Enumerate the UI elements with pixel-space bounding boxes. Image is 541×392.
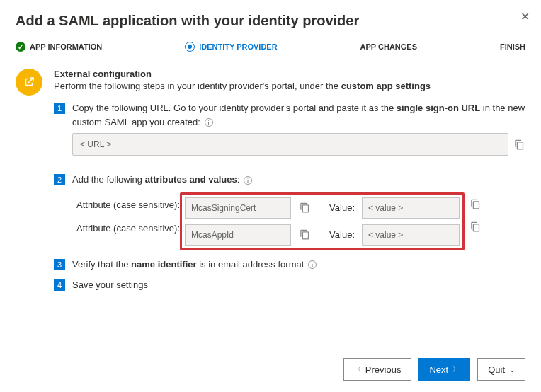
stepper-line (423, 47, 494, 47)
step-number: 3 (54, 259, 65, 270)
previous-button[interactable]: 〈 Previous (343, 358, 412, 381)
info-icon[interactable]: i (308, 260, 317, 269)
attribute-name-field[interactable]: McasAppId (185, 224, 291, 246)
sso-url-field[interactable]: < URL > (72, 133, 508, 156)
copy-icon[interactable] (469, 221, 482, 234)
step-app-changes: APP CHANGES (360, 42, 417, 51)
stepper-line (108, 47, 179, 47)
copy-icon[interactable] (469, 198, 482, 211)
attribute-value-field[interactable]: < value > (362, 224, 460, 246)
current-step-icon (185, 42, 195, 52)
stepper-line (283, 47, 355, 47)
step-number: 4 (54, 279, 65, 291)
section-heading: External configuration (54, 69, 525, 79)
copy-icon[interactable] (513, 138, 525, 151)
chevron-down-icon: ⌄ (509, 366, 515, 374)
info-icon[interactable]: i (244, 176, 252, 185)
instruction-text: Verify that the name identifier is in em… (72, 258, 525, 272)
quit-button[interactable]: Quit ⌄ (477, 358, 525, 381)
attribute-value-field[interactable]: < value > (362, 197, 460, 219)
value-label: Value: (318, 228, 355, 242)
step-app-information: ✓ APP INFORMATION (16, 42, 102, 52)
attribute-label: Attribute (case sensitive): (72, 198, 180, 212)
section-description: Perform the following steps in your iden… (54, 81, 525, 91)
instruction-text: Save your settings (72, 278, 525, 292)
chevron-right-icon: 〉 (452, 364, 460, 374)
attributes-highlight: McasSigningCert Value: < value > McasApp… (180, 192, 465, 250)
attribute-label: Attribute (case sensitive): (72, 221, 180, 236)
value-label: Value: (318, 201, 355, 215)
wizard-stepper: ✓ APP INFORMATION IDENTITY PROVIDER APP … (16, 42, 525, 52)
step-label: APP CHANGES (360, 42, 417, 51)
step-number: 1 (54, 103, 65, 114)
chevron-left-icon: 〈 (354, 364, 361, 374)
close-icon[interactable]: ✕ (520, 10, 530, 23)
next-button[interactable]: Next 〉 (418, 358, 470, 381)
step-identity-provider: IDENTITY PROVIDER (185, 42, 277, 52)
step-label: IDENTITY PROVIDER (199, 42, 277, 51)
copy-icon[interactable] (298, 202, 311, 214)
attribute-name-field[interactable]: McasSigningCert (185, 197, 291, 219)
instruction-text: Add the following attributes and values:… (72, 173, 525, 187)
page-title: Add a SAML application with your identit… (16, 13, 525, 29)
copy-icon[interactable] (298, 229, 311, 241)
step-finish: FINISH (500, 42, 525, 51)
info-icon[interactable]: i (205, 118, 213, 127)
step-label: APP INFORMATION (30, 42, 102, 51)
step-number: 2 (54, 174, 65, 185)
external-link-icon (16, 69, 42, 96)
check-icon: ✓ (16, 42, 25, 52)
instruction-text: Copy the following URL. Go to your ident… (72, 101, 525, 166)
step-label: FINISH (500, 42, 525, 51)
